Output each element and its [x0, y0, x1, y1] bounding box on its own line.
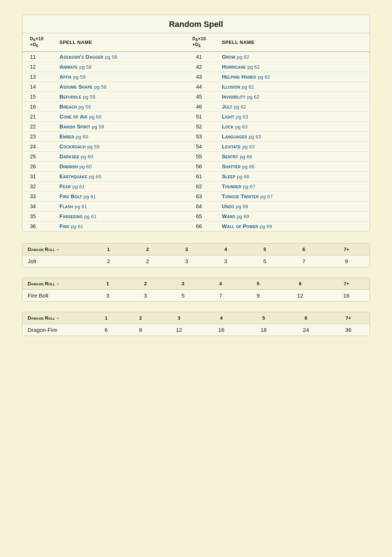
spell-row: 25 Darksee pg 60 55 Sentry pg 66: [23, 151, 369, 161]
spell-num-left: 15: [23, 92, 56, 102]
damage-value: 3: [206, 255, 245, 267]
spell-row: 24 Cockroach pg 59 54 Levitate pg 63: [23, 141, 369, 151]
spell-name-right: Illusion pg 62: [218, 82, 369, 92]
spell-num-right: 62: [189, 181, 218, 191]
roll-header: 3: [167, 244, 206, 255]
damage-table: Damage Roll→ 1234567+ Fire Bolt 33579121…: [23, 278, 369, 301]
spell-num-left: 26: [23, 161, 56, 171]
damage-section-fire-bolt: Damage Roll→ 1234567+ Fire Bolt 33579121…: [22, 278, 370, 302]
spell-name-right: Hurricane pg 62: [218, 62, 369, 72]
spell-row: 11 Assassin's Dagger pg 58 41 Grow pg 62: [23, 52, 369, 62]
spell-num-right: 65: [189, 211, 218, 221]
spell-num-right: 46: [189, 102, 218, 111]
roll-header: 3: [158, 312, 200, 324]
spell-row: 26 Diminish pg 60 56 Shatter pg 66: [23, 161, 369, 171]
spell-name-left: Befuddle pg 59: [56, 92, 189, 102]
roll-header: 7+: [327, 312, 369, 324]
damage-table: Damage Roll→ 1234567+ Dragon-Fire 681216…: [23, 312, 369, 336]
spell-num-right: 53: [189, 131, 218, 141]
roll-header: 2: [128, 244, 167, 255]
spell-name-left: Farseeing pg 61: [56, 211, 189, 221]
damage-value: 16: [323, 289, 369, 301]
arrow-icon: →: [55, 281, 60, 286]
spell-num-left: 16: [23, 102, 56, 111]
spell-name-right: Languages pg 63: [218, 131, 369, 141]
spell-row: 36 Find pg 61 66 Wall of Power pg 69: [23, 221, 369, 231]
spell-name-left: Affix pg 58: [56, 72, 189, 82]
spell-num-right: 66: [189, 221, 218, 231]
damage-tables-container: Damage Roll→ 1234567+ Jolt 2233579: [22, 243, 370, 336]
spell-name-left: Fear pg 61: [56, 181, 189, 191]
spell-name-left: Animate pg 58: [56, 62, 189, 72]
damage-value: 2: [89, 255, 128, 267]
spell-num-left: 36: [23, 221, 56, 231]
spell-row: 35 Farseeing pg 61 65 Ward pg 69: [23, 211, 369, 221]
spell-name-right: Invisibility pg 62: [218, 92, 369, 102]
spell-name-right: Wall of Power pg 69: [218, 221, 369, 231]
roll-header: 4: [206, 244, 245, 255]
spell-row: 34 Flash pg 61 64 Undo pg 69: [23, 201, 369, 211]
spell-row: 13 Affix pg 58 43 Helping Hands pg 62: [23, 72, 369, 82]
spell-num-left: 13: [23, 72, 56, 82]
spell-num-left: 31: [23, 171, 56, 181]
damage-section-jolt: Damage Roll→ 1234567+ Jolt 2233579: [22, 243, 370, 267]
roll-header: 6: [285, 312, 327, 324]
damage-value: 18: [243, 324, 285, 336]
spell-name-right: Undo pg 69: [218, 201, 369, 211]
spell-row: 31 Earthquake pg 60 61 Sleep pg 66: [23, 171, 369, 181]
spell-name-left: Ember pg 60: [56, 131, 189, 141]
spell-num-right: 61: [189, 171, 218, 181]
spell-row: 23 Ember pg 60 53 Languages pg 63: [23, 131, 369, 141]
spell-label: Jolt: [23, 255, 89, 267]
col1-header: D6×10+D6: [23, 33, 56, 52]
damage-value: 3: [89, 289, 127, 301]
spell-name-right: Light pg 63: [218, 111, 369, 121]
damage-value: 7: [284, 255, 323, 267]
spell-name-left: Earthquake pg 60: [56, 171, 189, 181]
roll-header: 4: [200, 312, 243, 324]
spell-num-right: 52: [189, 121, 218, 131]
col3-header: D6×10+D6: [189, 33, 218, 52]
damage-value: 8: [123, 324, 158, 336]
spell-name-right: Ward pg 69: [218, 211, 369, 221]
spell-num-left: 21: [23, 111, 56, 121]
spell-row: 15 Befuddle pg 59 45 Invisibility pg 62: [23, 92, 369, 102]
roll-header: 1: [89, 312, 123, 324]
roll-header: 4: [202, 278, 240, 290]
spell-name-left: Cockroach pg 59: [56, 141, 189, 151]
spell-name-left: Banish Spirit pg 59: [56, 121, 189, 131]
spell-num-left: 25: [23, 151, 56, 161]
spell-num-left: 24: [23, 141, 56, 151]
roll-header: 7+: [323, 244, 369, 255]
damage-table: Damage Roll→ 1234567+ Jolt 2233579: [23, 244, 369, 267]
roll-header: 3: [164, 278, 202, 290]
spell-name-left: Assassin's Dagger pg 58: [56, 52, 189, 62]
spell-num-right: 43: [189, 72, 218, 82]
spell-num-right: 42: [189, 62, 218, 72]
spell-num-left: 33: [23, 191, 56, 201]
spell-name-left: Darksee pg 60: [56, 151, 189, 161]
roll-header: 5: [240, 278, 277, 290]
spell-num-right: 45: [189, 92, 218, 102]
damage-value: 5: [245, 255, 284, 267]
spell-name-right: Sentry pg 66: [218, 151, 369, 161]
spell-num-left: 34: [23, 201, 56, 211]
spell-row: 22 Banish Spirit pg 59 52 Lock pg 63: [23, 121, 369, 131]
spell-row: 32 Fear pg 61 62 Thunder pg 67: [23, 181, 369, 191]
random-spell-section: Random Spell D6×10+D6 Spell Name D6×10+D…: [22, 15, 370, 231]
spell-name-left: Find pg 61: [56, 221, 189, 231]
damage-value: 3: [167, 255, 206, 267]
spell-name-right: Tongue Twister pg 67: [218, 191, 369, 201]
roll-header: 1: [89, 244, 128, 255]
damage-value: 36: [327, 324, 369, 336]
roll-header: 1: [89, 278, 127, 290]
roll-header: 6: [277, 278, 323, 290]
roll-header: 5: [243, 312, 285, 324]
spell-name-right: Helping Hands pg 62: [218, 72, 369, 82]
spell-row: 33 Fire Bolt pg 61 63 Tongue Twister pg …: [23, 191, 369, 201]
spell-name-left: Fire Bolt pg 61: [56, 191, 189, 201]
spell-num-left: 22: [23, 121, 56, 131]
spell-row: 12 Animate pg 58 42 Hurricane pg 62: [23, 62, 369, 72]
spell-num-right: 56: [189, 161, 218, 171]
spell-num-right: 54: [189, 141, 218, 151]
